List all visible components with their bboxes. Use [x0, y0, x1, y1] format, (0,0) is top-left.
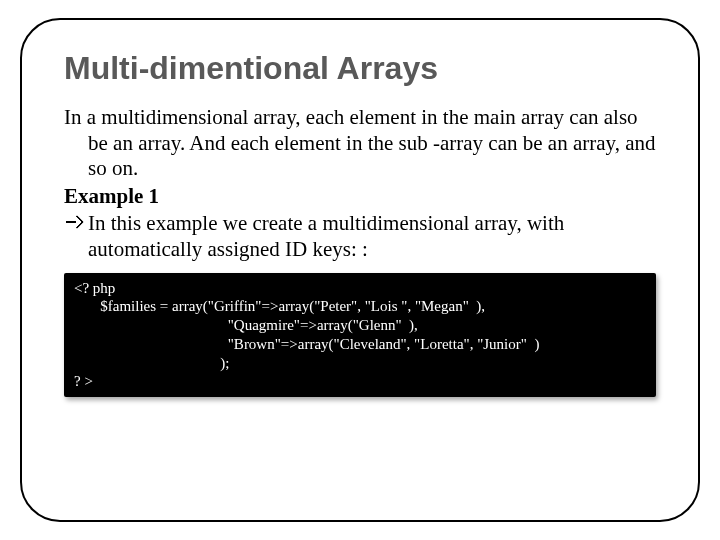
- code-line: <? php: [74, 280, 115, 296]
- example-label: Example 1: [64, 184, 656, 210]
- arrow-bullet-icon: [64, 215, 82, 237]
- code-line: $families = array("Griffin"=>array("Pete…: [74, 298, 485, 314]
- bullet-item: In this example we create a multidimensi…: [64, 211, 656, 262]
- intro-paragraph: In a multidimensional array, each elemen…: [64, 105, 656, 182]
- code-block: <? php $families = array("Griffin"=>arra…: [64, 273, 656, 398]
- slide-body: In a multidimensional array, each elemen…: [64, 105, 656, 397]
- slide-title: Multi-dimentional Arrays: [64, 50, 656, 87]
- bullet-text: In this example we create a multidimensi…: [88, 211, 656, 262]
- code-line: "Brown"=>array("Cleveland", "Loretta", "…: [74, 336, 539, 352]
- slide: Multi-dimentional Arrays In a multidimen…: [0, 0, 720, 540]
- code-line: "Quagmire"=>array("Glenn" ),: [74, 317, 418, 333]
- slide-frame: Multi-dimentional Arrays In a multidimen…: [20, 18, 700, 522]
- code-line: );: [74, 355, 229, 371]
- code-line: ? >: [74, 373, 93, 389]
